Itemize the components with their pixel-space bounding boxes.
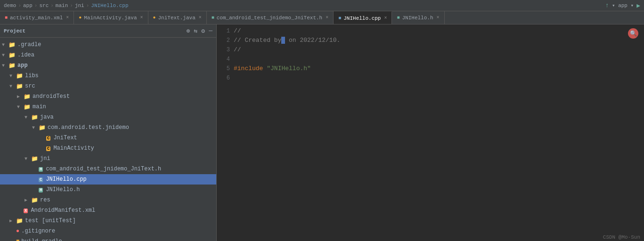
tree-label-buildgradle-app: build.gradle	[21, 238, 62, 241]
tree-label-mainactivity: MainActivity	[53, 145, 94, 152]
code-line-6	[234, 73, 644, 83]
arrow-res: ▶	[24, 197, 31, 203]
tab-label-jnitext-h: com_android_test_jnidemo_JniText.h	[217, 15, 322, 21]
tree-label-jni: jni	[40, 155, 50, 162]
tree-item-buildgradle-app[interactable]: ▶ ■ build.gradle	[0, 236, 216, 241]
sidebar-icons: ⊕ ⇆ ⚙ —	[187, 27, 212, 35]
gear-icon[interactable]: ⚙	[201, 27, 205, 35]
arrow-libs: ▼	[9, 73, 16, 79]
tab-label-main-activity: MainActivity.java	[84, 15, 137, 21]
code-area[interactable]: // // Created by on 2022/12/10. // #incl…	[234, 26, 644, 239]
editor-content[interactable]: 1 2 3 4 5 6 // // Created by on 2022/12/…	[217, 24, 644, 241]
tree-item-androidmanifest[interactable]: ▶ X AndroidManifest.xml	[0, 205, 216, 216]
tree-item-src[interactable]: ▼ 📁 src	[0, 81, 216, 91]
tab-close-main-activity[interactable]: ×	[140, 15, 143, 20]
arrow-java: ▼	[24, 115, 31, 120]
xml-icon-manifest: X	[24, 207, 28, 214]
sync-icon[interactable]: ⇆	[194, 27, 198, 35]
git-icon-gitignore-app: ●	[16, 228, 19, 234]
tab-label-activity-main: activity_main.xml	[10, 15, 63, 21]
tree-label-libs: libs	[25, 72, 39, 79]
tree-item-jnihello-cpp[interactable]: ▶ C JNIHello.cpp	[0, 174, 216, 185]
breadcrumb-main[interactable]: main	[56, 3, 68, 8]
tab-jnitext-h[interactable]: ■ com_android_test_jnidemo_JniText.h ×	[207, 11, 334, 24]
breadcrumb-jni[interactable]: jni	[75, 3, 84, 8]
tab-main-activity[interactable]: ● MainActivity.java ×	[74, 11, 148, 24]
arrow-src: ▼	[9, 84, 16, 89]
tab-jnihello-cpp[interactable]: ■ JNIHello.cpp ×	[334, 11, 392, 24]
tree-label-main: main	[33, 104, 46, 110]
code-line-4	[234, 55, 644, 64]
tab-close-jnihello-h[interactable]: ×	[437, 15, 440, 20]
minimize-icon[interactable]: —	[209, 27, 212, 35]
tab-activity-main[interactable]: ■ activity_main.xml ×	[0, 11, 74, 24]
tree-item-main[interactable]: ▼ 📁 main	[0, 102, 216, 112]
xml-icon: ■	[5, 15, 8, 20]
folder-icon-idea: 📁	[8, 52, 16, 59]
breadcrumb-app[interactable]: app	[23, 3, 33, 8]
run-icon[interactable]: ▶	[636, 2, 640, 9]
editor: 🔍 1 2 3 4 5 6 // // Created by on 2022/1…	[217, 24, 644, 241]
tree-item-androidtest[interactable]: ▶ 📁 androidTest	[0, 91, 216, 102]
arrow-test: ▶	[9, 218, 16, 224]
add-icon[interactable]: ⊕	[187, 27, 190, 35]
h-icon-jnitext: H	[39, 166, 43, 172]
tree-item-test[interactable]: ▶ 📁 test [unitTest]	[0, 216, 216, 226]
git-push-icon[interactable]: ↑	[605, 2, 609, 9]
breadcrumb-bar: demo › app › src › main › jni › JNIHello…	[0, 0, 644, 11]
folder-icon-res: 📁	[31, 197, 38, 204]
tree-label-idea: .idea	[17, 52, 34, 58]
breadcrumb-demo[interactable]: demo	[4, 3, 16, 8]
main-layout: Project ⊕ ⇆ ⚙ — ▼ 📁 .gradle ▼ 📁 .idea	[0, 24, 644, 241]
arrow-app: ▼	[2, 63, 8, 68]
h-icon-jnihello: H	[39, 186, 43, 193]
search-button[interactable]: 🔍	[628, 28, 638, 39]
tab-close-activity-main[interactable]: ×	[66, 15, 69, 20]
tree-item-jni[interactable]: ▼ 📁 jni	[0, 153, 216, 164]
line-numbers: 1 2 3 4 5 6	[217, 26, 234, 239]
tree-item-gitignore-app[interactable]: ▶ ● .gitignore	[0, 226, 216, 236]
tree-label-androidmanifest: AndroidManifest.xml	[31, 207, 95, 214]
tree-item-res[interactable]: ▶ 📁 res	[0, 195, 216, 205]
java-icon: ●	[79, 15, 82, 20]
h-icon-2: ■	[397, 15, 399, 20]
folder-icon-java: 📁	[31, 114, 38, 121]
tab-close-jnihello-cpp[interactable]: ×	[384, 16, 387, 21]
tab-close-jnitext-h[interactable]: ×	[326, 15, 328, 20]
tree-label-androidtest: androidTest	[33, 93, 70, 100]
tree-item-app[interactable]: ▼ 📁 app	[0, 60, 216, 71]
tree-label-jnitext-h: com_android_test_jnidemo_JniText.h	[46, 166, 161, 172]
code-line-2: // Created by on 2022/12/10.	[234, 36, 644, 45]
tree-item-gradle-root[interactable]: ▼ 📁 .gradle	[0, 40, 216, 50]
tab-close-jni-text[interactable]: ×	[199, 15, 202, 20]
folder-icon-package: 📁	[39, 124, 46, 131]
tree-item-java[interactable]: ▼ 📁 java	[0, 112, 216, 122]
breadcrumb-file[interactable]: JNIHello.cpp	[91, 3, 128, 8]
tree-item-mainactivity-java[interactable]: ▶ C MainActivity	[0, 143, 216, 153]
h-icon: ■	[212, 15, 214, 20]
tab-jnihello-h[interactable]: ■ JNIHello.h ×	[392, 11, 444, 24]
search-icon: 🔍	[630, 30, 637, 37]
tree-label-app: app	[17, 62, 28, 69]
arrow-gradle-root: ▼	[2, 42, 8, 48]
tree-label-jnihello-cpp: JNIHello.cpp	[46, 176, 86, 183]
tree-item-idea[interactable]: ▼ 📁 .idea	[0, 50, 216, 60]
tree-item-jnihello-h[interactable]: ▶ H JNIHello.h	[0, 185, 216, 195]
tree-item-package[interactable]: ▼ 📁 com.android.test.jnidemo	[0, 122, 216, 133]
tree-item-jnitext-java[interactable]: ▶ C JniText	[0, 133, 216, 143]
tree-item-libs[interactable]: ▼ 📁 libs	[0, 71, 216, 81]
arrow-main: ▼	[17, 104, 24, 110]
tree-label-test: test [unitTest]	[25, 217, 76, 224]
tab-label-jnihello-cpp: JNIHello.cpp	[343, 16, 381, 21]
tree-item-jnitext-h[interactable]: ▶ H com_android_test_jnidemo_JniText.h	[0, 164, 216, 174]
app-label[interactable]: ▾ app ▾	[612, 2, 634, 8]
breadcrumb-src[interactable]: src	[39, 3, 49, 8]
folder-icon-app: 📁	[8, 62, 16, 69]
tab-jni-text[interactable]: ● JniText.java ×	[148, 11, 207, 24]
tree-label-gradle-root: .gradle	[17, 41, 41, 48]
cpp-icon: ■	[338, 16, 341, 21]
tree-label-package: com.android.test.jnidemo	[48, 124, 129, 131]
editor-toolbar: 🔍	[628, 28, 638, 39]
arrow-idea: ▼	[2, 53, 8, 58]
status-bar: CSDN @Mo·Sun	[599, 233, 644, 241]
